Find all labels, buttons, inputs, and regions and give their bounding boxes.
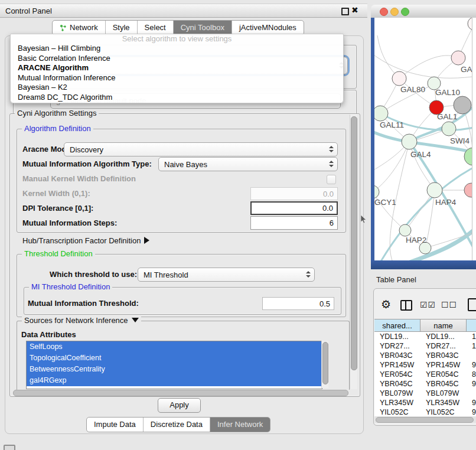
network-node[interactable] [427, 182, 442, 198]
algorithm-dropdown-popup: Select algorithm to view settings Bayesi… [10, 34, 344, 103]
control-panel-title: Control Panel [5, 6, 52, 15]
algorithm-option[interactable]: ARACNE Algorithm [11, 63, 343, 73]
network-node[interactable] [464, 183, 472, 197]
table-cell: YBR045C [420, 379, 467, 389]
table-row[interactable]: YDR27...YDR27...12 [374, 341, 476, 351]
algorithm-option[interactable]: Mutual Information Inference [11, 73, 343, 83]
export-table-icon[interactable] [468, 298, 476, 311]
scrollbar-thumb[interactable] [322, 342, 328, 384]
network-node-label: HAP2 [406, 236, 426, 244]
gear-icon[interactable]: ⚙ [381, 299, 391, 310]
hub-tf-section[interactable]: Hub/Transcription Factor Definition [22, 236, 149, 246]
tab-network[interactable]: Network [53, 21, 105, 35]
attributes-list-scrollbar[interactable] [321, 341, 328, 388]
tab-style[interactable]: Style [105, 21, 137, 35]
which-threshold-combo[interactable]: MI Threshold [138, 268, 315, 282]
close-icon[interactable]: ✖ [351, 5, 358, 15]
dpi-tolerance-field[interactable]: 0.0 [250, 201, 338, 215]
algorithm-option[interactable]: Bayesian – Hill Climbing [11, 44, 343, 54]
table-cell: YPR145W [420, 360, 467, 370]
table-row[interactable]: YIL052CYIL052C9. [374, 407, 476, 416]
bottom-tabbar: Impute Data Discretize Data Infer Networ… [86, 417, 270, 432]
unselect-all-columns-icon[interactable]: ☐☐ [441, 300, 457, 309]
table-row[interactable]: YPR145WYPR145W9. [374, 360, 476, 370]
table-cell [467, 389, 476, 398]
network-window-titlebar[interactable] [371, 5, 476, 18]
hub-tf-label: Hub/Transcription Factor Definition [22, 236, 141, 245]
mi-type-combo[interactable]: Naive Bayes [158, 157, 338, 171]
algorithm-option[interactable]: Basic Correlation Inference [11, 54, 343, 64]
network-canvas-scroll-strip[interactable] [472, 18, 476, 260]
table-cell: YBR043C [374, 351, 420, 360]
data-attribute-item[interactable]: gal4RGexp [27, 375, 322, 386]
close-traffic-light[interactable] [380, 8, 388, 16]
table-row[interactable]: YLR345WYLR345W9. [374, 398, 476, 407]
mi-steps-field[interactable]: 6 [250, 216, 338, 230]
scrollbar-thumb[interactable] [351, 116, 357, 370]
zoom-traffic-light[interactable] [401, 8, 409, 16]
table-horizontal-scrollbar[interactable] [374, 416, 476, 423]
network-canvas[interactable]: GALGAL80GAL10GAL1GAL11SWI4GAL4GCY1HAP4YH… [374, 18, 472, 260]
algorithm-option[interactable]: Dream8 DC_TDC Algorithm [11, 93, 343, 103]
minimize-traffic-light[interactable] [390, 8, 399, 16]
tab-discretize-data[interactable]: Discretize Data [143, 418, 210, 432]
dpi-tolerance-value: 0.0 [322, 204, 333, 213]
dpi-tolerance-label: DPI Tolerance [0,1]: [22, 201, 93, 215]
table-cell: YDR27... [420, 341, 467, 351]
table-column-header[interactable]: A [467, 319, 476, 332]
data-attribute-item[interactable]: BetweennessCentrality [27, 364, 322, 375]
algorithm-definition-title: Algorithm Definition [22, 124, 93, 133]
network-node[interactable] [454, 96, 471, 114]
threshold-definition-title: Threshold Definition [22, 249, 95, 258]
data-attributes-label: Data Attributes [21, 330, 76, 340]
tab-cyni-toolbox[interactable]: Cyni Toolbox [173, 21, 232, 35]
table-cell: YLR345W [420, 398, 467, 407]
table-row[interactable]: YBL079WYBL079W [374, 389, 476, 398]
tab-infer-network[interactable]: Infer Network [210, 418, 270, 432]
data-attribute-item[interactable]: SelfLoops [27, 341, 322, 353]
network-node-label: GAL80 [400, 85, 425, 94]
apply-button[interactable]: Apply [158, 398, 201, 413]
restore-panel-icon[interactable] [4, 445, 15, 450]
mi-type-value: Naive Bayes [164, 160, 207, 169]
table-column-header[interactable]: name [420, 319, 467, 332]
stepper-icon [306, 271, 310, 278]
network-node[interactable] [451, 51, 465, 65]
columns-icon[interactable] [400, 300, 412, 311]
network-node[interactable] [402, 134, 417, 149]
table-body[interactable]: YDL19...YDL19...13YDR27...YDR27...12YBR0… [374, 332, 476, 416]
network-node-label: HAP4 [435, 198, 457, 207]
mi-threshold-field[interactable]: 0.5 [262, 297, 334, 310]
network-node[interactable] [468, 18, 472, 30]
stepper-icon [329, 161, 333, 167]
settings-horizontal-scrollbar[interactable] [13, 390, 348, 396]
manual-kernel-checkbox[interactable] [327, 175, 336, 184]
aracne-mode-combo[interactable]: Discovery [64, 142, 338, 156]
scrollbar-thumb[interactable] [376, 417, 474, 423]
network-node[interactable] [374, 106, 388, 121]
select-all-columns-icon[interactable]: ☑☑ [420, 300, 436, 309]
tab-impute-data[interactable]: Impute Data [87, 418, 143, 432]
tab-select[interactable]: Select [137, 21, 173, 35]
table-cell: 8. [467, 370, 476, 379]
tab-jactivemnodules[interactable]: jActiveMNodules [232, 21, 304, 35]
table-row[interactable]: YER054CYER054C8. [374, 370, 476, 379]
chevron-right-icon [144, 237, 149, 244]
table-row[interactable]: YBR045CYBR045C9. [374, 379, 476, 389]
table-row[interactable]: YBR043CYBR043C [374, 351, 476, 360]
tab-label: Discretize Data [151, 418, 203, 432]
network-node[interactable] [392, 71, 406, 86]
table-cell: 13 [467, 332, 476, 341]
mouse-cursor [360, 215, 367, 224]
network-node-label: GAL1 [437, 112, 458, 121]
float-window-icon[interactable] [341, 8, 349, 15]
table-row[interactable]: YDL19...YDL19...13 [374, 332, 476, 341]
algorithm-option[interactable]: Bayesian – K2 [11, 83, 343, 93]
table-cell: YBL079W [374, 389, 420, 398]
network-node[interactable] [442, 122, 456, 136]
data-attributes-list[interactable]: SelfLoopsTopologicalCoefficientBetweenne… [26, 341, 322, 389]
data-attribute-item[interactable]: TopologicalCoefficient [27, 353, 322, 364]
network-node[interactable] [399, 224, 411, 236]
settings-vertical-scrollbar[interactable] [350, 115, 357, 389]
table-column-header[interactable]: shared... [374, 319, 420, 332]
